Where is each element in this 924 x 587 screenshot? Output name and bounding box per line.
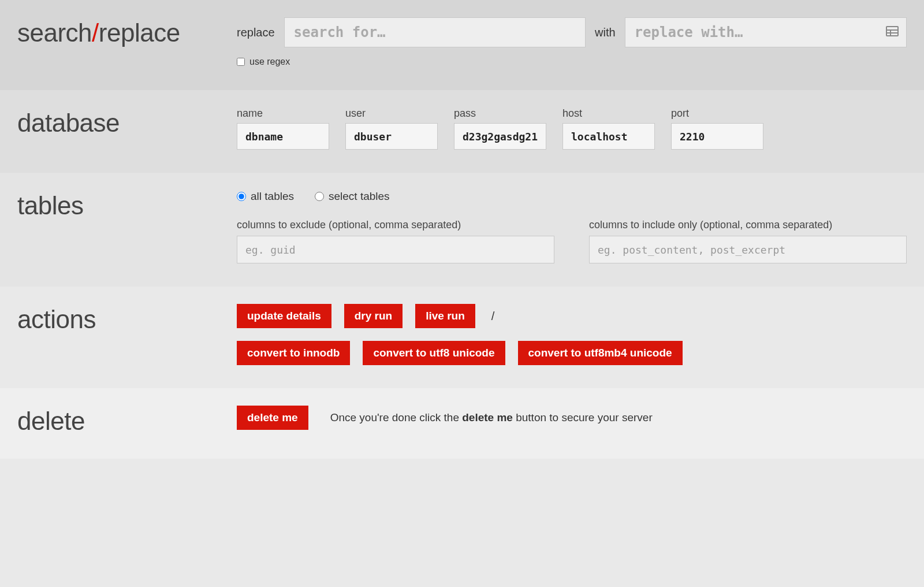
all-tables-radio[interactable]	[237, 192, 246, 201]
db-user-input[interactable]	[345, 123, 438, 150]
title-replace-word: replace	[99, 18, 180, 47]
db-pass-input[interactable]	[454, 123, 546, 150]
use-regex-label[interactable]: use regex	[249, 57, 290, 67]
all-tables-label[interactable]: all tables	[251, 190, 294, 203]
section-delete: delete delete me Once you're done click …	[0, 388, 924, 459]
table-icon[interactable]	[886, 26, 899, 39]
section-database: database name user pass host port	[0, 90, 924, 173]
db-host-label: host	[562, 107, 655, 120]
select-tables-label[interactable]: select tables	[329, 190, 390, 203]
title-delete: delete	[17, 406, 237, 436]
with-label: with	[595, 26, 616, 39]
section-tables: tables all tables select tables columns …	[0, 173, 924, 287]
exclude-columns-input[interactable]	[237, 236, 554, 263]
db-port-label: port	[671, 107, 763, 120]
convert-innodb-button[interactable]: convert to innodb	[237, 341, 350, 365]
delete-me-button[interactable]: delete me	[237, 406, 308, 430]
db-name-input[interactable]	[237, 123, 329, 150]
convert-utf8-button[interactable]: convert to utf8 unicode	[363, 341, 505, 365]
title-database: database	[17, 107, 237, 150]
title-slash: /	[92, 18, 99, 47]
dry-run-button[interactable]: dry run	[344, 304, 403, 328]
convert-utf8mb4-button[interactable]: convert to utf8mb4 unicode	[518, 341, 683, 365]
db-user-label: user	[345, 107, 438, 120]
actions-separator: /	[488, 310, 498, 323]
section-actions: actions update details dry run live run …	[0, 287, 924, 388]
title-actions: actions	[17, 304, 237, 365]
db-name-label: name	[237, 107, 329, 120]
search-input[interactable]	[284, 17, 586, 47]
replace-label: replace	[237, 26, 275, 39]
exclude-columns-label: columns to exclude (optional, comma sepa…	[237, 219, 554, 231]
db-pass-label: pass	[454, 107, 546, 120]
section-search-replace: search/replace replace with use	[0, 0, 924, 90]
include-columns-input[interactable]	[589, 236, 907, 263]
delete-instruction-text: Once you're done click the delete me but…	[330, 411, 653, 424]
db-host-input[interactable]	[562, 123, 655, 150]
svg-rect-0	[886, 27, 898, 36]
title-search-replace: search/replace	[17, 17, 237, 67]
db-port-input[interactable]	[671, 123, 763, 150]
select-tables-radio[interactable]	[315, 192, 324, 201]
replace-input[interactable]	[625, 17, 907, 47]
live-run-button[interactable]: live run	[415, 304, 475, 328]
update-details-button[interactable]: update details	[237, 304, 331, 328]
include-columns-label: columns to include only (optional, comma…	[589, 219, 907, 231]
title-tables: tables	[17, 190, 237, 263]
title-search-word: search	[17, 18, 92, 47]
use-regex-checkbox[interactable]	[237, 58, 245, 66]
